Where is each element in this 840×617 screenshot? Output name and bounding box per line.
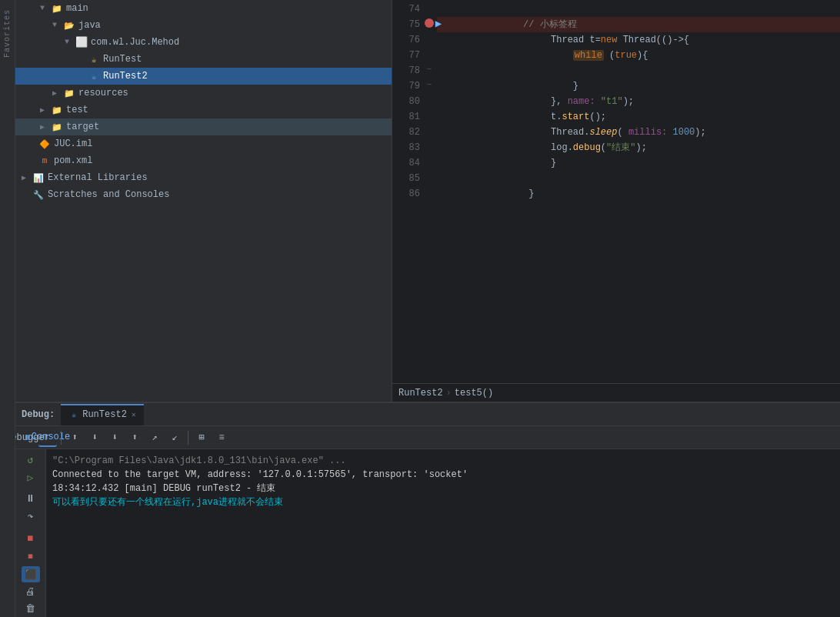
tab-runtest2[interactable]: ☕ RunTest2 ✕ (61, 404, 144, 425)
btn-up-arrow[interactable]: ⬆ (65, 429, 84, 447)
sidebar-item-java[interactable]: 📂 java (15, 17, 392, 34)
arrow-scratches (22, 190, 31, 199)
main-container: 📁 main 📂 java ⬜ com.wl.Juc.Mehod ☕ RunTe… (15, 0, 840, 617)
sidebar-item-runtest[interactable]: ☕ RunTest (15, 51, 392, 68)
code-line-78: } (437, 63, 840, 78)
project-sidebar: 📁 main 📂 java ⬜ com.wl.Juc.Mehod ☕ RunTe… (15, 0, 392, 402)
debug-panel: Debug: ☕ RunTest2 ✕ Debugger ▦ Console ⬆… (15, 402, 840, 617)
scratch-icon: 🔧 (32, 188, 45, 201)
arrow-ext-libs (22, 173, 31, 182)
label-package: com.wl.Juc.Mehod (91, 37, 179, 48)
lib-icon: 📊 (32, 172, 45, 184)
sidebar-item-runtest2[interactable]: ☕ RunTest2 (15, 68, 392, 85)
fold-79: − (423, 77, 435, 92)
folder-icon-resources: 📁 (63, 87, 75, 99)
arrow-main (40, 4, 49, 13)
runtest2-tab-icon: ☕ (68, 409, 79, 420)
toolbar-sep-2 (188, 431, 188, 445)
sidebar-item-resources[interactable]: 📁 resources (15, 85, 392, 102)
arrow-package (65, 38, 74, 47)
sidebar-item-main[interactable]: 📁 main (15, 0, 392, 17)
btn-pause[interactable]: ⏸ (22, 492, 40, 508)
btn-stop[interactable]: ◼ (22, 530, 40, 546)
console-label: Console (32, 432, 70, 442)
btn-grid[interactable]: ⊞ (192, 429, 211, 447)
console-line-0: "C:\Program Files\Java\jdk1.8.0_131\bin\… (52, 454, 834, 468)
console-line-2: 18:34:12.432 [main] DEBUG runTest2 - 结束 (52, 482, 834, 495)
btn-down-arrow2[interactable]: ⬇ (105, 429, 124, 447)
tab-console[interactable]: ▦ Console (38, 429, 57, 447)
btn-restart[interactable]: ↺ (22, 452, 40, 469)
label-scratches: Scratches and Consoles (48, 189, 169, 200)
fold-78: − (423, 62, 435, 77)
btn-down-arrow[interactable]: ⬇ (85, 429, 104, 447)
folder-icon-test: 📁 (51, 104, 63, 116)
label-runtest2: RunTest2 (103, 71, 148, 82)
label-resources: resources (78, 88, 128, 98)
java-icon-runtest2: ☕ (88, 70, 100, 82)
arrow-runtest (77, 55, 86, 64)
debug-label: Debug: (22, 409, 55, 420)
label-java: java (78, 20, 101, 31)
console-line-3: 可以看到只要还有一个线程在运行,java进程就不会结束 (52, 495, 834, 509)
btn-up-step[interactable]: ⬆ (125, 429, 144, 447)
label-pom-xml: pom.xml (54, 155, 92, 166)
maven-icon: m (38, 155, 51, 167)
breadcrumb: RunTest2 › test5() (392, 383, 840, 402)
favorites-label: Favorites (3, 9, 12, 58)
btn-print[interactable]: 🖨 (22, 584, 40, 600)
btn-resume[interactable]: ▷ (22, 470, 40, 486)
arrow-pom-xml (28, 156, 37, 165)
sidebar-item-scratches[interactable]: 🔧 Scratches and Consoles (15, 186, 392, 203)
debug-left-strip: ↺ ▷ ⏸ ↷ ◼ ◼ ⬛ 🖨 🗑 (15, 449, 46, 617)
console-icon: ▦ (25, 432, 30, 442)
sidebar-item-target[interactable]: 📁 target (15, 118, 392, 135)
tab-close-btn[interactable]: ✕ (132, 410, 136, 419)
code-container: 74 75 76 77 78 79 80 81 82 83 84 85 86 (392, 0, 840, 383)
breadcrumb-method: test5() (455, 388, 493, 399)
breadcrumb-class: RunTest2 (398, 388, 443, 399)
label-test: test (66, 105, 88, 115)
btn-lines[interactable]: ≡ (212, 429, 231, 447)
java-icon-runtest: ☕ (88, 53, 100, 65)
breadcrumb-sep: › (446, 388, 452, 399)
btn-right-step[interactable]: ↗ (145, 429, 164, 447)
btn-highlighted[interactable]: ⬛ (22, 566, 40, 582)
label-main: main (66, 3, 88, 14)
arrow-test (40, 105, 49, 115)
debug-toolbar: Debugger ▦ Console ⬆ ⬇ ⬇ ⬆ ↗ ↙ ⊞ ≡ (15, 426, 840, 449)
btn-left-step[interactable]: ↙ (165, 429, 184, 447)
arrow-target (40, 122, 49, 132)
btn-delete[interactable]: 🗑 (22, 601, 40, 617)
line-numbers: 74 75 76 77 78 79 80 81 82 83 84 85 86 (392, 0, 423, 383)
runtest2-tab-label: RunTest2 (82, 409, 127, 420)
console-output: "C:\Program Files\Java\jdk1.8.0_131\bin\… (46, 449, 840, 617)
gutter: ▶ − − (423, 0, 437, 383)
folder-icon-java: 📂 (63, 19, 75, 32)
sidebar-item-ext-libs[interactable]: 📊 External Libraries (15, 169, 392, 186)
sidebar-item-juc-iml[interactable]: 🔶 JUC.iml (15, 135, 392, 152)
favorites-strip: Favorites (0, 0, 15, 617)
label-target: target (66, 122, 99, 132)
toolbar-sep-1 (61, 431, 62, 445)
arrow-java (52, 21, 62, 30)
btn-step-over[interactable]: ↷ (22, 509, 40, 525)
code-line-74: // 小标签程 (437, 2, 840, 17)
debug-header: Debug: ☕ RunTest2 ✕ (15, 403, 840, 426)
sidebar-item-test[interactable]: 📁 test (15, 102, 392, 118)
label-juc-iml: JUC.iml (54, 138, 92, 149)
folder-icon-main: 📁 (51, 2, 63, 15)
folder-icon-target: 📁 (51, 121, 63, 133)
sidebar-item-package[interactable]: ⬜ com.wl.Juc.Mehod (15, 34, 392, 51)
arrow-runtest2 (77, 72, 86, 81)
label-runtest: RunTest (103, 54, 142, 65)
arrow-resources (52, 88, 62, 98)
sidebar-item-pom-xml[interactable]: m pom.xml (15, 152, 392, 169)
package-icon: ⬜ (75, 36, 88, 48)
exec-arrow-75: ▶ (432, 15, 445, 31)
xml-icon: 🔶 (38, 138, 51, 150)
btn-stop2[interactable]: ◼ (22, 548, 40, 564)
arrow-juc-iml (28, 139, 37, 148)
code-lines[interactable]: // 小标签程 Thread t=new Thread(()->{ while … (437, 0, 840, 383)
editor-area: 74 75 76 77 78 79 80 81 82 83 84 85 86 (392, 0, 840, 402)
